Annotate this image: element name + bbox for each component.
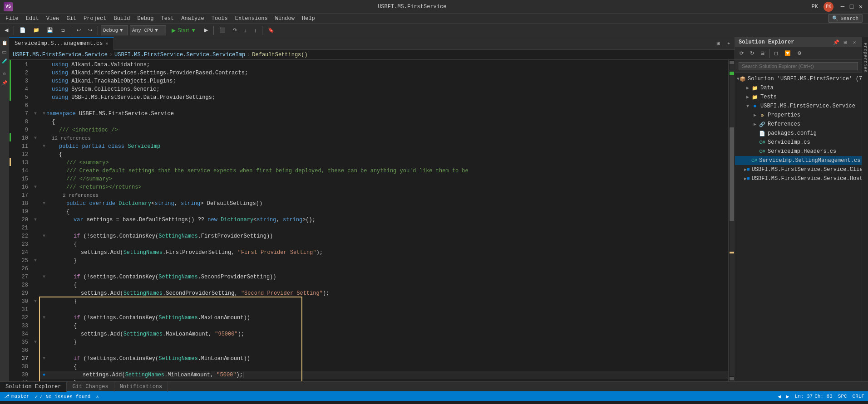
se-settings-button[interactable]: ⚙ bbox=[794, 49, 804, 57]
scroll-thumb[interactable] bbox=[730, 127, 734, 221]
code-line-23[interactable]: } bbox=[39, 257, 728, 265]
tab-close-button[interactable]: ✕ bbox=[105, 41, 108, 46]
toolbar-open[interactable]: 📁 bbox=[30, 26, 42, 34]
code-line-26[interactable]: { bbox=[39, 281, 728, 289]
search-box[interactable]: 🔍 Search bbox=[828, 14, 863, 23]
code-line-34[interactable] bbox=[39, 346, 728, 355]
code-line-11[interactable]: { bbox=[39, 151, 728, 159]
activity-explorer[interactable]: 📋 bbox=[0, 39, 9, 47]
se-collapse-all-button[interactable]: ⊟ bbox=[758, 49, 767, 57]
code-line-27[interactable]: settings.Add(SettingNames.SecondProvider… bbox=[39, 289, 728, 297]
code-line-8[interactable]: { bbox=[39, 118, 728, 126]
toolbar-breakpoint[interactable]: ⬛ bbox=[217, 26, 228, 34]
menu-edit[interactable]: Edit bbox=[22, 15, 43, 23]
code-line-3[interactable]: using Alkami.TrackableObjects.Plugins; bbox=[39, 77, 728, 85]
se-pin-icon[interactable]: 📌 bbox=[833, 39, 840, 46]
code-line-32[interactable]: settings.Add(SettingNames.MaxLoanAmount,… bbox=[39, 330, 728, 338]
toolbar-step-into[interactable]: ↓ bbox=[242, 27, 250, 34]
encoding-item[interactable]: CRLF bbox=[853, 394, 864, 399]
menu-tools[interactable]: Tools bbox=[208, 15, 232, 23]
tree-serviceimp-headers[interactable]: C# ServiceImp.Headers.cs bbox=[735, 147, 862, 156]
toolbar-undo[interactable]: ↩ bbox=[74, 26, 84, 34]
line-col-item[interactable]: Ln: 37 Ch: 63 bbox=[795, 394, 833, 399]
code-line-1[interactable]: using Alkami.Data.Validations; bbox=[39, 61, 728, 69]
menu-debug[interactable]: Debug bbox=[133, 15, 157, 23]
code-line-14[interactable]: /// </summary> bbox=[39, 175, 728, 183]
toolbar-bookmark[interactable]: 🔖 bbox=[265, 26, 277, 34]
activity-testexplorer[interactable]: 🧪 bbox=[0, 57, 9, 65]
breadcrumb-method[interactable]: DefaultSettings() bbox=[252, 52, 307, 58]
minimize-button[interactable]: ─ bbox=[839, 3, 846, 10]
tree-data-folder[interactable]: ▶ 📁 Data bbox=[735, 83, 862, 92]
tree-expand-tests[interactable]: ▶ bbox=[744, 94, 751, 100]
activity-settings[interactable]: ⚙ bbox=[0, 70, 9, 78]
start-button[interactable]: ▶ ▶ Start Start ▼ bbox=[168, 26, 200, 34]
tree-service-folder[interactable]: ▼ ■ USBFI.MS.FirstService.Service bbox=[735, 102, 862, 111]
scroll-up-arrow[interactable] bbox=[730, 61, 734, 64]
code-line-10[interactable]: ▼public partial class ServiceImp bbox=[39, 142, 728, 151]
code-line-38[interactable]: } bbox=[39, 379, 728, 381]
tree-expand-data[interactable]: ▶ bbox=[744, 85, 751, 91]
tree-expand-refs[interactable]: ▶ bbox=[751, 122, 759, 127]
scroll-track[interactable] bbox=[730, 65, 734, 376]
tree-references[interactable]: ▶ 🔗 References bbox=[735, 120, 862, 129]
code-content[interactable]: using Alkami.Data.Validations; using Alk… bbox=[39, 60, 728, 381]
code-line-18[interactable]: var settings = base.DefaultSettings() ??… bbox=[39, 216, 728, 224]
tree-serviceimp-settings[interactable]: C# ServiceImp.SettingManagement.cs bbox=[735, 156, 862, 165]
se-filter-button[interactable]: 🔽 bbox=[782, 49, 794, 57]
scrollbar[interactable] bbox=[728, 60, 735, 381]
no-issues-item[interactable]: ✓ ✓ No issues found bbox=[35, 394, 91, 399]
tree-serviceimp-cs[interactable]: C# ServiceImp.cs bbox=[735, 138, 862, 147]
tab-git-changes[interactable]: Git Changes bbox=[67, 382, 114, 392]
code-line-33[interactable]: } bbox=[39, 338, 728, 346]
active-tab[interactable]: ServiceImp.S...anagement.cs ✕ bbox=[9, 37, 114, 50]
toolbar-new-file[interactable]: 📄 bbox=[17, 26, 29, 34]
toolbar-back-button[interactable]: ◀ bbox=[2, 26, 11, 34]
code-line-5[interactable]: using USBFI.MS.FirstService.Data.Provide… bbox=[39, 93, 728, 102]
collapse-10[interactable]: ▼ bbox=[32, 134, 39, 142]
code-line-31[interactable]: { bbox=[39, 322, 728, 330]
collapse-25[interactable]: ▼ bbox=[32, 257, 39, 265]
collapse-30[interactable]: ▼ bbox=[32, 297, 39, 306]
maximize-button[interactable]: □ bbox=[848, 3, 855, 10]
code-line-12[interactable]: /// <summary> bbox=[39, 159, 728, 167]
code-line-13[interactable]: /// Create default settings that the ser… bbox=[39, 167, 728, 175]
code-line-6[interactable] bbox=[39, 102, 728, 110]
code-line-24[interactable] bbox=[39, 265, 728, 273]
menu-analyze[interactable]: Analyze bbox=[178, 15, 207, 23]
code-line-20[interactable]: ▼if (!settings.ContainsKey(SettingNames.… bbox=[39, 232, 728, 240]
se-show-all-button[interactable]: ◻ bbox=[771, 49, 781, 57]
code-line-7[interactable]: ▼namespace USBFI.MS.FirstService.Service bbox=[39, 110, 728, 118]
scroll-down-arrow[interactable] bbox=[730, 377, 734, 380]
collapse-7[interactable]: ▼ bbox=[32, 110, 39, 118]
code-line-28[interactable]: } bbox=[39, 297, 728, 306]
code-line-35[interactable]: ▼if (!settings.ContainsKey(SettingNames.… bbox=[39, 355, 728, 363]
activity-clipboard[interactable]: 📌 bbox=[0, 79, 9, 87]
ref-count-10[interactable]: 12 references bbox=[39, 134, 728, 142]
menu-view[interactable]: View bbox=[43, 15, 63, 23]
collapse-16[interactable]: ▼ bbox=[32, 183, 39, 191]
scroll-right-item[interactable]: ▶ bbox=[786, 394, 789, 399]
tree-host-project[interactable]: ▶ ■ USBFI.MS.FirstService.Service.Host bbox=[735, 174, 862, 183]
warning-item[interactable]: ⚠ bbox=[96, 394, 99, 399]
tree-client-project[interactable]: ▶ ■ USBFI.MS.FirstService.Service.Client bbox=[735, 165, 862, 174]
se-expand-icon[interactable]: ⊞ bbox=[842, 39, 849, 46]
breadcrumb-project[interactable]: USBFI.MS.FirstService.Service bbox=[13, 52, 108, 58]
code-line-29[interactable] bbox=[39, 306, 728, 314]
tree-properties[interactable]: ▶ ⚙ Properties bbox=[735, 111, 862, 120]
scroll-left-item[interactable]: ◀ bbox=[778, 394, 781, 399]
code-line-17[interactable]: { bbox=[39, 208, 728, 216]
ref-count-16[interactable]: 2 references bbox=[39, 191, 728, 200]
platform-dropdown[interactable]: Any CPU ▼ bbox=[130, 25, 166, 35]
spaces-item[interactable]: SPC bbox=[838, 394, 847, 399]
se-close-icon[interactable]: ✕ bbox=[851, 39, 858, 46]
tab-solution-explorer[interactable]: Solution Explorer bbox=[0, 382, 67, 392]
toolbar-attach[interactable]: ▶ bbox=[202, 26, 211, 34]
tree-tests-folder[interactable]: ▶ 📁 Tests bbox=[735, 92, 862, 102]
menu-help[interactable]: Help bbox=[298, 15, 319, 23]
code-line-30[interactable]: ▼if (!settings.ContainsKey(SettingNames.… bbox=[39, 314, 728, 322]
tab-split-button[interactable]: + bbox=[725, 40, 733, 47]
menu-git[interactable]: Git bbox=[63, 15, 80, 23]
code-line-15[interactable]: /// <returns></returns> bbox=[39, 183, 728, 191]
code-line-19[interactable] bbox=[39, 224, 728, 232]
